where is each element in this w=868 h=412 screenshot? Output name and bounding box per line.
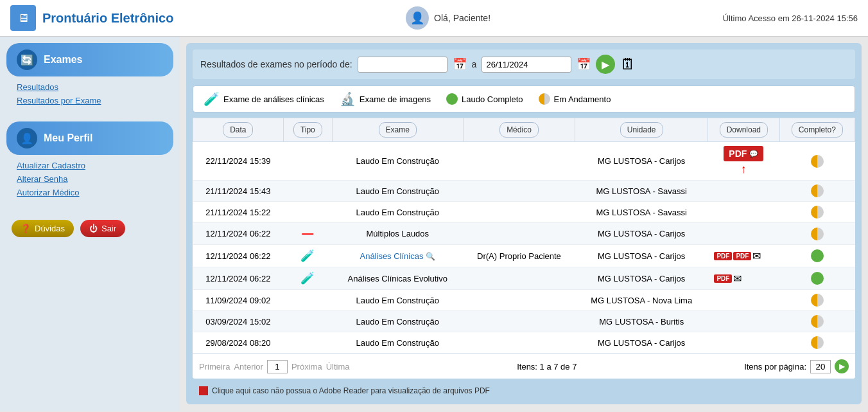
pagination: Primeira Anterior Próxima Última Itens: … — [193, 354, 855, 379]
cell-unidade: MG LUSTOSA - Buritis — [575, 311, 707, 332]
cell-medico: Dr(A) Proprio Paciente — [463, 245, 575, 267]
cell-completo — [779, 290, 855, 311]
legend-completo: Laudo Completo — [446, 93, 523, 105]
email-icon[interactable]: ✉ — [752, 250, 761, 262]
cell-exame: Análises Clínicas 🔍 — [333, 245, 463, 267]
cell-exame: Laudo Em Construção — [333, 142, 463, 181]
table-row: 22/11/2024 15:39Laudo Em ConstruçãoMG LU… — [193, 142, 855, 181]
cell-completo — [779, 267, 855, 290]
date-to-input[interactable] — [482, 57, 571, 73]
cell-tipo: 🧪 — [283, 267, 332, 290]
email-icon[interactable]: ✉ — [733, 273, 742, 285]
sidebar-item-alterar-senha[interactable]: Alterar Senha — [17, 172, 163, 186]
progress-status-icon — [811, 294, 824, 307]
cell-download — [707, 332, 779, 354]
pdf-small-icon-2[interactable]: PDF — [733, 252, 751, 260]
app-title: Prontuário Eletrônico — [42, 11, 173, 26]
next-page-link[interactable]: Próxima — [291, 362, 322, 372]
col-tipo: Tipo — [283, 118, 332, 142]
analises-tipo-icon: 🧪 — [300, 272, 315, 285]
header-center: 👤 Olá, Paciente! — [406, 6, 490, 30]
cell-completo — [779, 181, 855, 202]
pdf-warning-icon — [199, 386, 208, 395]
pdf-small-icon-1[interactable]: PDF — [714, 252, 732, 260]
layout: 🔄 Exames Resultados Resultados por Exame… — [0, 37, 868, 411]
table-row: 21/11/2024 15:22Laudo Em ConstruçãoMG LU… — [193, 202, 855, 223]
cell-download — [707, 202, 779, 223]
cell-exame: Análises Clínicas Evolutivo — [333, 267, 463, 290]
sidebar: 🔄 Exames Resultados Resultados por Exame… — [0, 37, 180, 411]
date-from-input[interactable] — [358, 57, 447, 73]
page-input[interactable] — [267, 360, 288, 373]
cell-medico — [463, 181, 575, 202]
cell-tipo — [283, 181, 332, 202]
legend-analises-label: Exame de análises clínicas — [223, 94, 324, 104]
sidebar-item-resultados-por-exame[interactable]: Resultados por Exame — [17, 94, 163, 107]
first-page-link[interactable]: Primeira — [199, 362, 230, 372]
complete-circle-icon — [446, 93, 458, 105]
cell-data: 12/11/2024 06:22 — [193, 223, 284, 245]
progress-status-icon — [811, 155, 824, 168]
search-label: Resultados de exames no período de: — [200, 59, 352, 69]
sidebar-item-resultados[interactable]: Resultados — [17, 80, 163, 94]
cell-data: 22/11/2024 15:39 — [193, 142, 284, 181]
logo-icon: 🖥 — [10, 5, 36, 31]
table-row: 12/11/2024 06:22🧪Análises Clínicas Evolu… — [193, 267, 855, 290]
cell-tipo — [283, 311, 332, 332]
sort-unidade-button[interactable]: Unidade — [620, 122, 663, 138]
sair-button[interactable]: ⏻ Sair — [80, 220, 125, 237]
prev-page-link[interactable]: Anterior — [234, 362, 263, 372]
cell-download: PDF 💬 ↑ — [707, 142, 779, 181]
sort-medico-button[interactable]: Médico — [499, 122, 539, 138]
legend-andamento: Em Andamento — [539, 93, 611, 105]
search-schedule-button[interactable]: 🗓 — [620, 55, 636, 73]
sort-tipo-button[interactable]: Tipo — [293, 122, 322, 138]
progress-status-icon — [811, 336, 824, 349]
cell-unidade: MG LUSTOSA - Savassi — [575, 202, 707, 223]
sort-exame-button[interactable]: Exame — [379, 122, 417, 138]
sort-completo-button[interactable]: Completo? — [792, 122, 843, 138]
exame-link[interactable]: Análises Clínicas — [360, 251, 423, 261]
cell-data: 11/09/2024 09:02 — [193, 290, 284, 311]
cell-completo — [779, 311, 855, 332]
sort-download-button[interactable]: Download — [720, 122, 768, 138]
items-per-page-go-button[interactable]: ▶ — [835, 359, 849, 373]
last-page-link[interactable]: Última — [326, 362, 350, 372]
sidebar-item-atualizar-cadastro[interactable]: Atualizar Cadastro — [17, 159, 163, 172]
sidebar-perfil-links: Atualizar Cadastro Alterar Senha Autoriz… — [6, 155, 173, 203]
cell-tipo — [283, 290, 332, 311]
content-box: Resultados de exames no período de: 📅 a … — [186, 43, 862, 404]
pdf-large-icon[interactable]: PDF 💬 — [724, 146, 763, 161]
cell-completo — [779, 245, 855, 267]
analises-icon: 🧪 — [204, 91, 220, 107]
sidebar-exames-links: Resultados Resultados por Exame — [6, 76, 173, 111]
progress-status-icon — [811, 184, 824, 197]
cell-medico — [463, 311, 575, 332]
calendar-to-button[interactable]: 📅 — [577, 57, 591, 71]
duvidas-button[interactable]: ❓ Dúvidas — [12, 220, 74, 237]
items-per-page-input[interactable] — [810, 360, 831, 373]
col-medico: Médico — [463, 118, 575, 142]
sidebar-item-autorizar-medico[interactable]: Autorizar Médico — [17, 186, 163, 199]
cell-unidade: MG LUSTOSA - Carijos — [575, 142, 707, 181]
cell-download — [707, 223, 779, 245]
calendar-from-button[interactable]: 📅 — [453, 57, 467, 71]
search-icon-small: 🔍 — [426, 252, 435, 261]
cell-tipo — [283, 202, 332, 223]
cell-unidade: MG LUSTOSA - Carijos — [575, 332, 707, 354]
cell-medico — [463, 290, 575, 311]
progress-status-icon — [811, 315, 824, 328]
search-go-button[interactable]: ▶ — [596, 55, 615, 74]
cell-unidade: MG LUSTOSA - Savassi — [575, 181, 707, 202]
cell-exame: Laudo Em Construção — [333, 181, 463, 202]
cell-data: 12/11/2024 06:22 — [193, 267, 284, 290]
exames-icon: 🔄 — [17, 49, 37, 70]
cell-tipo — [283, 332, 332, 354]
cell-download — [707, 311, 779, 332]
cell-download: PDF ✉ — [707, 267, 779, 290]
items-info: Itens: 1 a 7 de 7 — [517, 362, 577, 372]
sort-data-button[interactable]: Data — [223, 122, 253, 138]
legend: 🧪 Exame de análises clínicas 🔬 Exame de … — [193, 85, 855, 112]
col-completo: Completo? — [779, 118, 855, 142]
pdf-small-icon[interactable]: PDF — [714, 274, 732, 283]
